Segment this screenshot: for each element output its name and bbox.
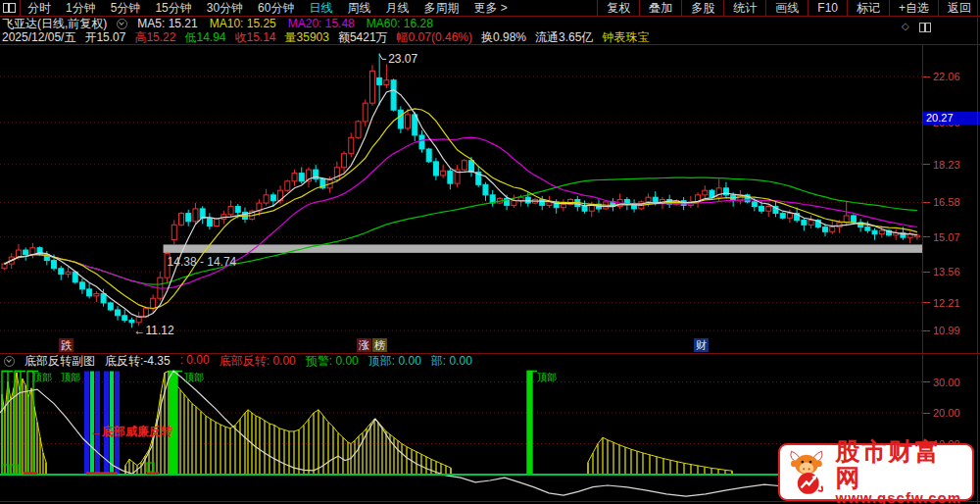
candle-body bbox=[653, 197, 658, 203]
band-annotation: 14.38 - 14.74 bbox=[168, 255, 237, 269]
menu-item-[interactable]: 画线 bbox=[765, 0, 808, 16]
menu-item-30[interactable]: 30分钟 bbox=[207, 0, 243, 17]
candle-body bbox=[837, 223, 842, 227]
menu-item-60[interactable]: 60分钟 bbox=[258, 0, 294, 17]
candle-body bbox=[398, 110, 403, 128]
axis-tick bbox=[922, 164, 930, 165]
candle-body bbox=[377, 77, 382, 84]
yellow-envelope bbox=[588, 437, 732, 475]
high-annotation: 23.07 bbox=[388, 52, 417, 66]
candle-body bbox=[94, 294, 99, 296]
candle-body bbox=[808, 221, 813, 226]
top-flag-label: 顶部 bbox=[184, 372, 204, 382]
hotkey-chip[interactable]: 财 bbox=[694, 338, 709, 352]
quote-field: 换0.98% bbox=[481, 29, 526, 46]
candle-body bbox=[292, 174, 297, 181]
candle-body bbox=[419, 135, 424, 149]
candle-body bbox=[561, 204, 565, 208]
candle-body bbox=[787, 214, 792, 219]
candle-body bbox=[512, 201, 516, 206]
quote-field: 高15.22 bbox=[134, 29, 175, 46]
candle-body bbox=[823, 227, 828, 232]
green-signal-stripe bbox=[110, 372, 114, 476]
axis-tick bbox=[922, 236, 930, 237]
menu-divider bbox=[20, 0, 21, 16]
menu-item-15[interactable]: 15分钟 bbox=[155, 0, 191, 17]
quote-field: 收15.14 bbox=[235, 29, 276, 46]
candle-body bbox=[384, 80, 389, 85]
menu-item-[interactable]: 日线 bbox=[309, 0, 332, 17]
candle-body bbox=[101, 294, 106, 303]
hotkey-chip[interactable]: 榜 bbox=[372, 338, 387, 352]
menu-item-[interactable]: 周线 bbox=[347, 0, 370, 17]
candle-body bbox=[356, 122, 361, 137]
candle-body bbox=[441, 171, 446, 176]
menu-item-[interactable]: 多股 bbox=[681, 0, 723, 16]
price-marker: 20.27 bbox=[923, 112, 980, 125]
quote-field: 额5421万 bbox=[338, 29, 388, 46]
candle-body bbox=[448, 171, 453, 183]
candle-body bbox=[851, 216, 856, 223]
menu-item-[interactable]: 更多 > bbox=[473, 0, 507, 17]
axis-value-label: 30.00 bbox=[933, 377, 978, 388]
price-band bbox=[164, 244, 922, 252]
site-name: 股市财富网 bbox=[835, 438, 966, 490]
chevron-down-icon[interactable] bbox=[117, 19, 127, 29]
red-signal-mark bbox=[86, 472, 118, 475]
hotkey-chip[interactable]: 跌 bbox=[59, 338, 74, 352]
period-menu: 分时1分钟5分钟15分钟30分钟60分钟日线周线月线多周期更多 > bbox=[27, 0, 508, 17]
hotkey-chip[interactable]: 涨 bbox=[357, 338, 371, 352]
candle-body bbox=[116, 310, 121, 316]
candle-body bbox=[540, 200, 545, 206]
layout-split-icon[interactable] bbox=[3, 3, 16, 13]
candle-body bbox=[299, 174, 304, 181]
candle-body bbox=[87, 289, 92, 296]
candle-body bbox=[426, 149, 431, 162]
menu-item-[interactable]: 分时 bbox=[27, 0, 51, 17]
menu-item-[interactable]: 返回 bbox=[938, 0, 980, 16]
candle-body bbox=[193, 209, 198, 222]
axis-tick bbox=[922, 381, 930, 382]
top-flag-label: 顶部 bbox=[32, 372, 52, 382]
candle-body bbox=[228, 207, 233, 215]
collapse-pane-icon[interactable] bbox=[4, 356, 15, 367]
menu-item-F10[interactable]: F10 bbox=[808, 0, 847, 16]
axis-border bbox=[922, 45, 923, 501]
quote-field: 低14.94 bbox=[184, 29, 225, 46]
menu-item-[interactable]: 多周期 bbox=[423, 0, 459, 17]
menu-item-5[interactable]: 5分钟 bbox=[111, 0, 141, 17]
candle-body bbox=[752, 202, 757, 207]
axis-tick bbox=[922, 330, 930, 331]
blue-signal-bar bbox=[95, 372, 100, 476]
axis-value-label: 20.00 bbox=[933, 407, 978, 419]
menu-item-[interactable]: 标记 bbox=[847, 0, 889, 16]
top-flag-label: 顶部 bbox=[537, 372, 557, 382]
ma60-line bbox=[5, 177, 917, 284]
menu-item-[interactable]: 月线 bbox=[385, 0, 409, 17]
candle-body bbox=[235, 207, 240, 213]
candle-body bbox=[780, 214, 785, 219]
menu-item-[interactable]: +自选 bbox=[889, 0, 938, 16]
candle-body bbox=[462, 161, 466, 170]
indicator-param: 部: 0.00 bbox=[431, 353, 472, 370]
candle-body bbox=[16, 250, 21, 257]
indicator-param: 预警: 0.00 bbox=[306, 353, 359, 370]
candle-body bbox=[207, 218, 212, 226]
axis-tick bbox=[922, 76, 930, 77]
low-annotation: ←11.12 bbox=[133, 324, 173, 337]
window-bottom-border bbox=[0, 501, 980, 502]
trading-app: 分时1分钟5分钟15分钟30分钟60分钟日线周线月线多周期更多 > 复权叠加多股… bbox=[0, 0, 980, 504]
quote-field: 流通3.65亿 bbox=[535, 29, 593, 46]
blue-signal-bar bbox=[84, 372, 89, 476]
candle-body bbox=[342, 154, 347, 168]
menu-item-1[interactable]: 1分钟 bbox=[66, 0, 96, 17]
candle-body bbox=[285, 181, 290, 190]
candle-body bbox=[151, 298, 156, 309]
menu-item-[interactable]: 复权 bbox=[597, 0, 639, 16]
red-signal-mark bbox=[147, 472, 159, 475]
candle-body bbox=[179, 214, 184, 226]
menu-item-[interactable]: 叠加 bbox=[639, 0, 681, 16]
menu-item-[interactable]: 统计 bbox=[723, 0, 765, 16]
top-flag-label: 顶部 bbox=[61, 372, 80, 382]
main-candlestick-chart[interactable]: 23.07←11.1214.38 - 14.74 bbox=[0, 45, 922, 337]
